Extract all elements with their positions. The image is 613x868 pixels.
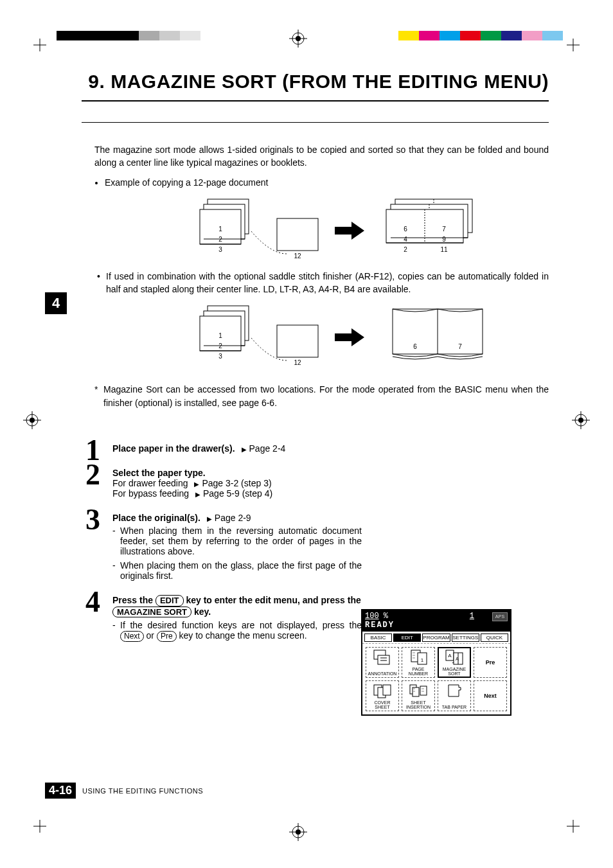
svg-text:6: 6 (413, 343, 417, 350)
step-heading-part: key. (194, 607, 211, 617)
intro-paragraph: The magazine sort mode allows 1-sided or… (94, 143, 549, 170)
step-line: For bypass feeding (112, 488, 189, 499)
next-key[interactable]: Next (120, 631, 144, 641)
step-heading: Place the original(s). (112, 513, 200, 523)
asterisk-note: Magazine Sort can be accessed from two l… (94, 383, 549, 409)
registration-mark-icon (289, 823, 307, 841)
page-ref: Page 3-2 (step 3) (190, 478, 271, 488)
svg-rect-53 (454, 653, 463, 664)
tab-paper-icon (445, 682, 464, 705)
page-footer: 4-16 USING THE EDITING FUNCTIONS (45, 783, 203, 799)
tab-edit[interactable]: EDIT (393, 633, 421, 642)
screen-header: APS 1 100 % READY (362, 610, 510, 632)
magazine-sort-icon: AA (445, 649, 464, 667)
svg-text:1: 1 (218, 332, 222, 339)
footer-text: USING THE EDITING FUNCTIONS (82, 787, 203, 795)
tab-quick[interactable]: QUICK (481, 633, 508, 642)
option-tab-paper[interactable]: TAB PAPER (438, 680, 471, 711)
copy-count: 1 (470, 612, 474, 621)
color-bar-right (398, 31, 563, 40)
option-sheet-insertion[interactable]: SHEET INSERTION (402, 680, 435, 711)
crop-mark-icon (33, 39, 46, 51)
svg-text:12: 12 (294, 359, 301, 366)
copier-screen: APS 1 100 % READY BASIC EDIT PROGRAM SET… (361, 609, 511, 716)
step-heading: Place paper in the drawer(s). (112, 443, 235, 454)
cover-sheet-icon (373, 682, 392, 700)
step-heading: Select the paper type. (112, 468, 206, 478)
step-3: 3 Place the original(s). Page 2-9 When p… (85, 513, 362, 581)
svg-rect-61 (420, 686, 427, 695)
page-number: 4-16 (45, 783, 76, 799)
page-ref: Page 2-9 (203, 513, 251, 523)
svg-text:3: 3 (218, 353, 222, 360)
svg-text:4: 4 (404, 236, 407, 243)
option-page-number[interactable]: 1 PAGE NUMBER (402, 647, 435, 678)
magazine-sort-key[interactable]: MAGAZINE SORT (112, 607, 191, 618)
svg-text:3: 3 (218, 246, 222, 253)
section-title: 9. MAGAZINE SORT (FROM THE EDITING MENU) (82, 71, 549, 93)
option-magazine-sort[interactable]: AA MAGAZINE SORT (438, 647, 471, 678)
step-subnote: When placing them on the glass, place th… (112, 560, 362, 581)
title-rule (82, 100, 549, 102)
svg-text:7: 7 (442, 226, 446, 233)
diagram-before-after: 1 2 3 12 6 7 4 9 (155, 193, 489, 263)
svg-text:12: 12 (294, 252, 301, 260)
percent-label: % (384, 612, 388, 621)
option-annotation[interactable]: ANNOTATION (366, 647, 399, 678)
registration-mark-icon (23, 411, 41, 429)
pre-button[interactable]: Pre (474, 647, 507, 678)
svg-text:1: 1 (218, 226, 222, 233)
page-number-icon: 1 (409, 649, 428, 667)
step-heading-part: key to enter the edit menu, and press th… (186, 595, 360, 605)
edit-key[interactable]: EDIT (155, 595, 184, 607)
step-4: 4 Press the EDIT key to enter the edit m… (85, 595, 362, 642)
svg-rect-58 (383, 685, 391, 695)
svg-text:2: 2 (404, 246, 407, 253)
crop-mark-icon (567, 39, 580, 51)
manual-page: 9. MAGAZINE SORT (FROM THE EDITING MENU)… (0, 0, 613, 868)
svg-text:11: 11 (440, 246, 448, 253)
title-rule (82, 122, 549, 123)
chapter-tab: 4 (45, 292, 67, 314)
tab-settings[interactable]: SETTINGS (452, 633, 479, 642)
page-ref: Page 5-9 (step 4) (191, 488, 272, 499)
sheet-insertion-icon (409, 682, 428, 700)
svg-rect-16 (277, 218, 318, 251)
tab-basic[interactable]: BASIC (364, 633, 392, 642)
tab-program[interactable]: PROGRAM (422, 633, 450, 642)
step-subnote: If the desired function keys are not dis… (112, 620, 362, 641)
diagram-with-finisher: 1 2 3 12 6 7 (155, 299, 489, 376)
annotation-icon (373, 649, 392, 671)
svg-rect-51 (446, 650, 454, 660)
step-number: 3 (85, 505, 100, 535)
svg-text:A: A (456, 657, 459, 661)
svg-text:2: 2 (218, 236, 222, 243)
crop-mark-icon (33, 820, 46, 833)
step-2: 2 Select the paper type. For drawer feed… (85, 468, 362, 499)
pre-key[interactable]: Pre (157, 631, 177, 641)
zoom-ratio: 100 (365, 612, 379, 621)
option-cover-sheet[interactable]: COVER SHEET (366, 680, 399, 711)
registration-mark-icon (572, 411, 590, 429)
step-number: 4 (85, 587, 100, 617)
example-label: Example of copying a 12-page document (105, 176, 549, 189)
step-number: 2 (85, 460, 100, 490)
step-subnote: When placing them in the reversing autom… (112, 526, 362, 556)
status-ready: READY (365, 621, 508, 630)
screen-tabs: BASIC EDIT PROGRAM SETTINGS QUICK (362, 632, 510, 644)
page-ref: Page 2-4 (238, 443, 286, 454)
svg-text:2: 2 (218, 342, 222, 350)
step-1: 1 Place paper in the drawer(s). Page 2-4 (85, 443, 362, 454)
next-button[interactable]: Next (474, 680, 507, 711)
svg-rect-40 (277, 325, 318, 357)
aps-indicator: APS (492, 612, 508, 621)
svg-text:9: 9 (442, 236, 446, 243)
svg-text:1: 1 (421, 657, 424, 663)
svg-rect-47 (378, 655, 389, 664)
svg-text:7: 7 (458, 343, 462, 350)
finisher-note: If used in combination with the optional… (94, 270, 549, 296)
step-heading-part: Press the (112, 595, 155, 605)
step-line: For drawer feeding (112, 478, 188, 488)
color-bar-left (57, 31, 200, 40)
registration-mark-icon (289, 30, 307, 48)
